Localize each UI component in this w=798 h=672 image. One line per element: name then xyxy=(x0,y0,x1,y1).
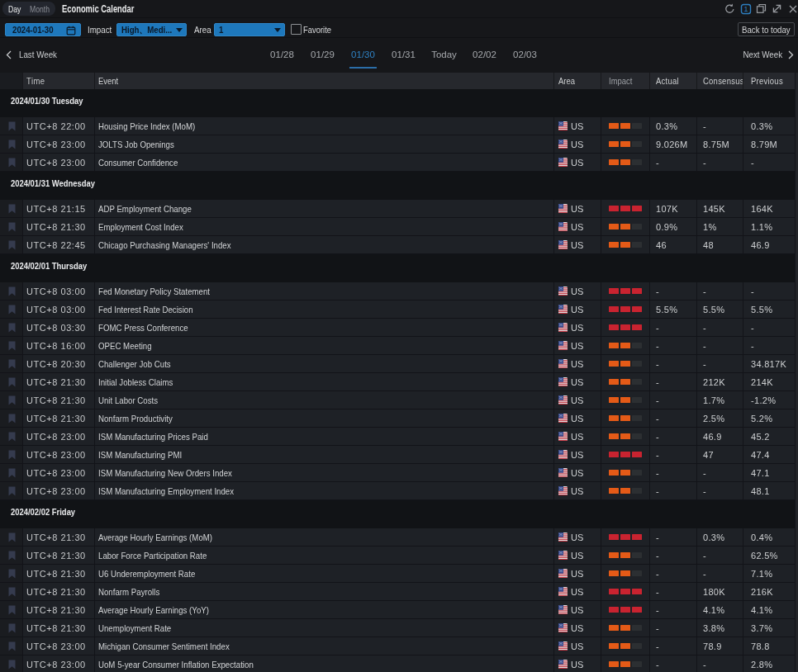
bookmark-icon[interactable] xyxy=(8,414,16,424)
bookmark-icon[interactable] xyxy=(8,623,16,633)
bookmark-cell[interactable] xyxy=(0,236,22,253)
scrollbar-gutter[interactable] xyxy=(795,73,798,672)
bookmark-icon[interactable] xyxy=(8,377,16,387)
event-row[interactable]: UTC+8 16:00OPEC MeetingUS--- xyxy=(0,337,798,355)
bookmark-icon[interactable] xyxy=(8,323,16,333)
bookmark-cell[interactable] xyxy=(0,154,22,171)
favorite-checkbox[interactable] xyxy=(291,24,302,35)
bookmark-cell[interactable] xyxy=(0,409,22,427)
bookmark-cell[interactable] xyxy=(0,565,22,582)
bookmark-icon[interactable] xyxy=(8,569,16,579)
bookmark-icon[interactable] xyxy=(8,641,16,651)
event-row[interactable]: UTC+8 23:00Michigan Consumer Sentiment I… xyxy=(0,637,798,655)
bookmark-icon[interactable] xyxy=(8,532,16,542)
popout-icon[interactable] xyxy=(753,0,769,17)
bookmark-cell[interactable] xyxy=(0,528,22,546)
bookmark-icon[interactable] xyxy=(8,121,16,131)
area-filter-dropdown[interactable]: 1 xyxy=(214,23,285,36)
bookmark-cell[interactable] xyxy=(0,428,22,445)
bookmark-icon[interactable] xyxy=(8,359,16,369)
event-row[interactable]: UTC+8 21:30Nonfarm ProductivityUS-2.5%5.… xyxy=(0,409,798,428)
event-row[interactable]: UTC+8 03:30FOMC Press ConferenceUS--- xyxy=(0,319,798,337)
event-row[interactable]: UTC+8 21:30Average Hourly Earnings (MoM)… xyxy=(0,528,798,547)
bookmark-cell[interactable] xyxy=(0,135,22,153)
bookmark-cell[interactable] xyxy=(0,373,22,390)
close-icon[interactable] xyxy=(785,0,798,17)
event-row[interactable]: UTC+8 20:30Challenger Job CutsUS--34.817… xyxy=(0,355,798,373)
bookmark-icon[interactable] xyxy=(8,305,16,315)
tab-day[interactable]: Day xyxy=(8,4,21,14)
event-row[interactable]: UTC+8 03:00Fed Interest Rate DecisionUS5… xyxy=(0,301,798,319)
event-row[interactable]: UTC+8 23:00ISM Manufacturing Employment … xyxy=(0,482,798,500)
week-day-01-29[interactable]: 01/29 xyxy=(302,41,343,68)
bookmark-icon[interactable] xyxy=(8,240,16,250)
week-day-02-03[interactable]: 02/03 xyxy=(505,41,545,68)
week-day-01-30[interactable]: 01/30 xyxy=(343,41,383,68)
bookmark-cell[interactable] xyxy=(0,117,22,135)
week-day-01-28[interactable]: 01/28 xyxy=(262,41,302,68)
event-row[interactable]: UTC+8 21:30Initial Jobless ClaimsUS-212K… xyxy=(0,373,798,391)
week-day-Today[interactable]: Today xyxy=(424,41,464,68)
last-week-button[interactable]: Last Week xyxy=(6,41,64,68)
bookmark-cell[interactable] xyxy=(0,464,22,481)
bookmark-icon[interactable] xyxy=(8,341,16,351)
event-row[interactable]: UTC+8 23:00JOLTS Job OpeningsUS9.026M8.7… xyxy=(0,135,798,154)
bookmark-icon[interactable] xyxy=(8,286,16,296)
event-row[interactable]: UTC+8 03:00Fed Monetary Policy Statement… xyxy=(0,282,798,301)
bookmark-cell[interactable] xyxy=(0,619,22,637)
refresh-icon[interactable] xyxy=(722,0,738,17)
event-row[interactable]: UTC+8 21:15ADP Employment ChangeUS107K14… xyxy=(0,200,798,218)
week-day-02-02[interactable]: 02/02 xyxy=(464,41,505,68)
date-picker[interactable]: 2024-01-30 xyxy=(5,23,81,36)
window-number-badge[interactable]: 1 xyxy=(738,0,753,17)
bookmark-icon[interactable] xyxy=(8,486,16,496)
tab-month[interactable]: Month xyxy=(30,4,50,14)
bookmark-cell[interactable] xyxy=(0,319,22,336)
bookmark-icon[interactable] xyxy=(8,432,16,442)
bookmark-cell[interactable] xyxy=(0,482,22,499)
bookmark-cell[interactable] xyxy=(0,282,22,300)
event-row[interactable]: UTC+8 21:30U6 Underemployment RateUS--7.… xyxy=(0,565,798,583)
bookmark-icon[interactable] xyxy=(8,468,16,478)
event-row[interactable]: UTC+8 23:00ISM Manufacturing Prices Paid… xyxy=(0,428,798,446)
bookmark-cell[interactable] xyxy=(0,547,22,564)
bookmark-icon[interactable] xyxy=(8,204,16,214)
bookmark-icon[interactable] xyxy=(8,395,16,405)
bookmark-cell[interactable] xyxy=(0,218,22,235)
event-row[interactable]: UTC+8 23:00UoM 5-year Consumer Inflation… xyxy=(0,655,798,672)
bookmark-cell[interactable] xyxy=(0,637,22,655)
bookmark-icon[interactable] xyxy=(8,158,16,168)
bookmark-icon[interactable] xyxy=(8,450,16,460)
event-row[interactable]: UTC+8 21:30Labor Force Participation Rat… xyxy=(0,547,798,565)
expand-icon[interactable] xyxy=(769,0,785,17)
event-row[interactable]: UTC+8 21:30Unit Labor CostsUS-1.7%-1.2% xyxy=(0,391,798,409)
event-row[interactable]: UTC+8 23:00ISM Manufacturing New Orders … xyxy=(0,464,798,482)
event-row[interactable]: UTC+8 22:00Housing Price Index (MoM)US0.… xyxy=(0,117,798,135)
bookmark-cell[interactable] xyxy=(0,446,22,463)
bookmark-cell[interactable] xyxy=(0,601,22,618)
bookmark-icon[interactable] xyxy=(8,660,16,670)
bookmark-icon[interactable] xyxy=(8,551,16,561)
bookmark-icon[interactable] xyxy=(8,605,16,615)
event-row[interactable]: UTC+8 21:30Employment Cost IndexUS0.9%1%… xyxy=(0,218,798,236)
event-row[interactable]: UTC+8 23:00Consumer ConfidenceUS--- xyxy=(0,154,798,172)
bookmark-icon[interactable] xyxy=(8,587,16,597)
bookmark-cell[interactable] xyxy=(0,583,22,600)
bookmark-cell[interactable] xyxy=(0,391,22,409)
bookmark-cell[interactable] xyxy=(0,337,22,354)
event-row[interactable]: UTC+8 21:30Average Hourly Earnings (YoY)… xyxy=(0,601,798,619)
back-to-today-button[interactable]: Back to today xyxy=(738,22,795,36)
impact-filter-dropdown[interactable]: High、Medi... xyxy=(116,23,187,36)
event-row[interactable]: UTC+8 21:30Nonfarm PayrollsUS-180K216K xyxy=(0,583,798,601)
event-row[interactable]: UTC+8 22:45Chicago Purchasing Managers' … xyxy=(0,236,798,254)
bookmark-icon[interactable] xyxy=(8,222,16,232)
bookmark-cell[interactable] xyxy=(0,301,22,318)
bookmark-cell[interactable] xyxy=(0,655,22,672)
bookmark-icon[interactable] xyxy=(8,140,16,149)
bookmark-cell[interactable] xyxy=(0,355,22,372)
event-row[interactable]: UTC+8 21:30Unemployment RateUS-3.8%3.7% xyxy=(0,619,798,637)
next-week-button[interactable]: Next Week xyxy=(736,41,794,68)
event-row[interactable]: UTC+8 23:00ISM Manufacturing PMIUS-4747.… xyxy=(0,446,798,464)
bookmark-cell[interactable] xyxy=(0,200,22,217)
week-day-01-31[interactable]: 01/31 xyxy=(383,41,424,68)
